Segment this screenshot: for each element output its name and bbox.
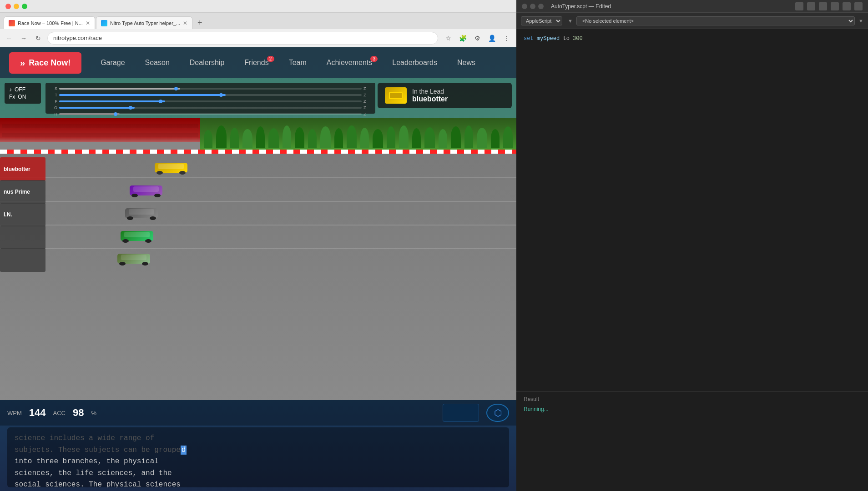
editor-icon-4[interactable] xyxy=(831,2,839,10)
boost-icon[interactable]: ⬡ xyxy=(486,404,509,422)
editor-icon-6[interactable] xyxy=(854,2,863,10)
progress-dot-1 xyxy=(174,87,178,90)
settings-icon[interactable]: ⚙ xyxy=(471,32,484,45)
nav-achievements[interactable]: Achievements 3 xyxy=(317,54,383,71)
code-line-1: set mySpeed to 300 xyxy=(524,35,861,43)
maximize-button[interactable] xyxy=(22,4,27,9)
progress-dot-3 xyxy=(159,100,162,103)
tab-2[interactable]: Nitro Type Auto Typer helper_... ✕ xyxy=(96,16,192,29)
progress-line-2: T Z xyxy=(51,93,370,97)
new-tab-button[interactable]: + xyxy=(193,16,206,29)
progress-line-5: R Z xyxy=(51,112,370,116)
editor-icon-5[interactable] xyxy=(843,2,851,10)
lane-name-1: bluebotter xyxy=(4,166,30,172)
progress-label-1: S xyxy=(51,86,57,91)
progress-line-3: F Z xyxy=(51,99,370,104)
nav-friends-label: Friends xyxy=(244,59,268,66)
game-area: ♪ OFF Fx ON S Z xyxy=(0,78,516,491)
tab-label-1: Race Now – 100% Free | N... xyxy=(18,20,83,26)
editor-close[interactable] xyxy=(522,4,527,9)
crowd-art xyxy=(0,124,200,142)
friends-badge: 2 xyxy=(267,56,274,62)
extensions-icon[interactable]: 🧩 xyxy=(456,32,469,45)
nav-achievements-label: Achievements xyxy=(327,59,373,66)
language-selector[interactable]: AppleScript xyxy=(521,16,562,25)
fx-row: Fx ON xyxy=(9,94,36,100)
close-button[interactable] xyxy=(5,4,11,9)
editor-traffic-lights xyxy=(522,4,544,9)
tab-close-2[interactable]: ✕ xyxy=(183,20,187,26)
back-button[interactable]: ← xyxy=(4,33,15,44)
typing-stats: WPM 144 ACC 98 % ⬡ xyxy=(0,400,516,426)
nav-dealership[interactable]: Dealership xyxy=(180,54,234,71)
lead-name: bluebotter xyxy=(412,95,448,103)
bookmark-icon[interactable]: ☆ xyxy=(442,32,454,45)
progress-right-1: Z xyxy=(363,86,370,91)
race-now-button[interactable]: Race Now! xyxy=(9,52,81,74)
minimize-button[interactable] xyxy=(14,4,19,9)
lead-title: In the Lead xyxy=(412,88,448,95)
progress-track-4 xyxy=(59,107,362,109)
music-status: OFF xyxy=(15,86,25,93)
typing-text-box[interactable]: science includes a wide range ofsubjects… xyxy=(7,427,509,487)
nav-friends[interactable]: Friends 2 xyxy=(234,54,278,71)
tab-close-1[interactable]: ✕ xyxy=(86,20,90,26)
spectators-left xyxy=(0,118,200,150)
fx-status: ON xyxy=(18,94,26,100)
progress-right-3: Z xyxy=(363,99,370,104)
element-selector[interactable]: <No selected element> xyxy=(576,16,855,25)
progress-dot-5 xyxy=(114,112,117,116)
url-bar[interactable]: nitrotype.com/race xyxy=(47,32,438,45)
editor-titlebar-icons xyxy=(795,2,863,10)
lead-panel: In the Lead bluebotter xyxy=(378,83,512,108)
editor-maximize[interactable] xyxy=(538,4,544,9)
progress-dot-2 xyxy=(219,93,223,97)
nav-news[interactable]: News xyxy=(447,54,485,71)
nav-season-label: Season xyxy=(145,59,170,66)
result-header: Result xyxy=(524,396,861,402)
wpm-value: 144 xyxy=(29,407,46,419)
tab-bar: Race Now – 100% Free | N... ✕ Nitro Type… xyxy=(0,13,516,29)
nav-team[interactable]: Team xyxy=(279,54,317,71)
fx-label: Fx xyxy=(9,94,15,100)
lane-label-1: bluebotter xyxy=(0,157,45,181)
menu-icon[interactable]: ⋮ xyxy=(500,32,513,45)
music-row: ♪ OFF xyxy=(9,86,36,93)
lead-info: In the Lead bluebotter xyxy=(412,88,448,103)
lead-car-icon xyxy=(385,87,407,104)
lane-5 xyxy=(0,248,516,272)
nav-season[interactable]: Season xyxy=(135,54,180,71)
editor-toolbar: AppleScript ▼ <No selected element> ▼ xyxy=(516,13,868,29)
lane-label-2: nus Prime xyxy=(0,180,45,204)
editor-minimize[interactable] xyxy=(530,4,535,9)
profile-icon[interactable]: 👤 xyxy=(485,32,498,45)
lane-name-3: I.N. xyxy=(4,211,12,218)
editor-icon-3[interactable] xyxy=(819,2,827,10)
refresh-button[interactable]: ↻ xyxy=(33,33,44,44)
road-area: bluebotter nus Prime xyxy=(0,154,516,400)
nav-garage-label: Garage xyxy=(101,59,125,66)
editor-icon-2[interactable] xyxy=(807,2,815,10)
lane-label-4 xyxy=(0,225,45,249)
progress-right-5: Z xyxy=(363,112,370,116)
progress-fill-1 xyxy=(59,88,180,90)
progress-lines: S Z T Z xyxy=(51,86,370,116)
acc-value: 98 xyxy=(73,407,84,419)
address-bar: ← → ↻ nitrotype.com/race ☆ 🧩 ⚙ 👤 ⋮ xyxy=(0,29,516,47)
code-value-300: 300 xyxy=(573,35,583,42)
music-icon: ♪ xyxy=(9,86,12,93)
nav-garage[interactable]: Garage xyxy=(91,54,135,71)
nav-leaderboards[interactable]: Leaderboards xyxy=(382,54,447,71)
code-keyword-set: set xyxy=(524,35,537,42)
editor-icon-1[interactable] xyxy=(795,2,803,10)
nav-dealership-label: Dealership xyxy=(190,59,224,66)
forward-button[interactable]: → xyxy=(18,33,29,44)
editor-content[interactable]: set mySpeed to 300 xyxy=(516,29,868,391)
progress-track-2 xyxy=(59,94,362,96)
progress-right-4: Z xyxy=(363,105,370,110)
tab-1[interactable]: Race Now – 100% Free | N... ✕ xyxy=(4,16,95,29)
url-text: nitrotype.com/race xyxy=(53,35,102,41)
acc-unit: % xyxy=(91,410,96,416)
code-operator: to xyxy=(560,35,573,42)
nav-news-label: News xyxy=(457,59,475,66)
